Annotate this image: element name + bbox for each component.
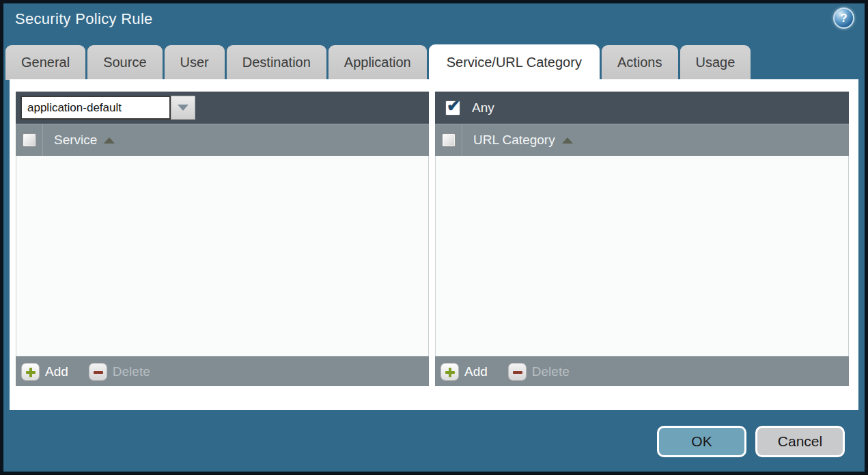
tab-service-url-category[interactable]: Service/URL Category <box>429 44 600 80</box>
tab-destination[interactable]: Destination <box>227 45 326 80</box>
service-delete-label: Delete <box>113 364 150 379</box>
service-toolbar <box>16 92 429 124</box>
column-divider <box>42 124 43 156</box>
plus-icon <box>21 363 40 381</box>
help-icon[interactable]: ? <box>833 8 854 29</box>
sort-ascending-icon <box>562 137 573 144</box>
url-category-panel: ✔ Any URL Category Add <box>435 92 849 386</box>
service-type-dropdown-button[interactable] <box>171 96 195 120</box>
url-category-add-button[interactable]: Add <box>440 363 501 381</box>
url-category-delete-label: Delete <box>532 364 570 379</box>
service-add-label: Add <box>45 364 68 379</box>
tab-actions[interactable]: Actions <box>602 45 678 80</box>
any-checkbox[interactable]: ✔ <box>445 100 460 116</box>
url-category-grid-header: URL Category <box>435 124 849 156</box>
service-grid-footer: Add Delete <box>16 356 429 386</box>
ok-button[interactable]: OK <box>657 426 746 457</box>
service-column-label: Service <box>54 133 97 148</box>
url-category-grid-body[interactable] <box>435 156 849 356</box>
url-category-add-label: Add <box>464 364 488 379</box>
tab-content-sheet: Service Add Delete ✔ <box>10 79 858 410</box>
tab-user[interactable]: User <box>165 45 225 80</box>
plus-icon <box>440 363 459 381</box>
chevron-down-icon <box>178 105 188 111</box>
url-category-column-label: URL Category <box>473 133 555 148</box>
service-select-all-checkbox[interactable] <box>23 133 36 147</box>
any-label: Any <box>472 100 494 116</box>
url-category-select-all-checkbox[interactable] <box>442 133 456 147</box>
column-divider <box>462 124 462 156</box>
tab-source[interactable]: Source <box>87 45 162 80</box>
service-column-header[interactable]: Service <box>54 133 115 148</box>
security-policy-rule-dialog: Security Policy Rule ? General Source Us… <box>0 0 868 475</box>
service-grid-body[interactable] <box>16 156 429 356</box>
url-category-grid-footer: Add Delete <box>435 356 849 386</box>
tab-general[interactable]: General <box>5 45 85 80</box>
minus-icon <box>508 363 527 381</box>
url-category-delete-button[interactable]: Delete <box>508 363 570 381</box>
sort-ascending-icon <box>104 137 115 144</box>
service-panel: Service Add Delete <box>16 92 429 386</box>
tab-bar: General Source User Destination Applicat… <box>5 44 751 80</box>
tab-usage[interactable]: Usage <box>680 45 751 80</box>
service-delete-button[interactable]: Delete <box>89 363 150 381</box>
cancel-button[interactable]: Cancel <box>755 426 845 457</box>
minus-icon <box>89 363 107 381</box>
service-add-button[interactable]: Add <box>21 363 82 381</box>
service-type-input[interactable] <box>20 96 171 120</box>
url-category-column-header[interactable]: URL Category <box>473 133 573 148</box>
service-type-combobox <box>20 96 195 120</box>
tab-application[interactable]: Application <box>328 45 427 80</box>
page-title: Security Policy Rule <box>15 10 153 28</box>
url-category-toolbar: ✔ Any <box>435 92 849 124</box>
service-grid-header: Service <box>16 124 429 156</box>
checkmark-icon: ✔ <box>447 97 460 115</box>
